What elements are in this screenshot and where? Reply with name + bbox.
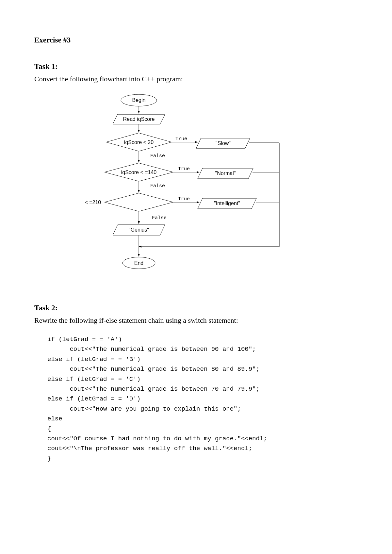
d3-text: iqScore < =210 xyxy=(83,200,101,205)
o3-text: "Intelligent" xyxy=(214,201,240,206)
task1-desc: Convert the following flowchart into C++… xyxy=(34,75,358,83)
o4-text: "Genius" xyxy=(129,227,149,233)
end-text: End xyxy=(134,260,143,266)
task1-title: Task 1: xyxy=(34,62,358,71)
false-label-3: False xyxy=(152,215,167,221)
o2-text: "Normal" xyxy=(215,171,236,176)
d1-text: iqScore < 20 xyxy=(124,139,154,145)
false-label-2: False xyxy=(150,183,165,189)
false-label-1: False xyxy=(150,153,165,159)
true-label-2: True xyxy=(178,166,190,172)
read-text: Read iqScore xyxy=(123,116,155,122)
d2-text: iqScore < =140 xyxy=(121,170,157,175)
true-label-1: True xyxy=(175,136,187,142)
exercise-title: Exercise #3 xyxy=(34,36,358,44)
o1-text: "Slow" xyxy=(216,140,231,146)
begin-text: Begin xyxy=(132,97,146,103)
task2-desc: Rewrite the following if-else statement … xyxy=(34,316,358,325)
true-label-3: True xyxy=(178,196,190,202)
flowchart: Begin Read iqScore iqScore < 20 True "Sl… xyxy=(83,93,312,283)
task2-title: Task 2: xyxy=(34,304,358,312)
task2-code: if (letGrad = = 'A') cout<<"The numerica… xyxy=(47,334,358,464)
